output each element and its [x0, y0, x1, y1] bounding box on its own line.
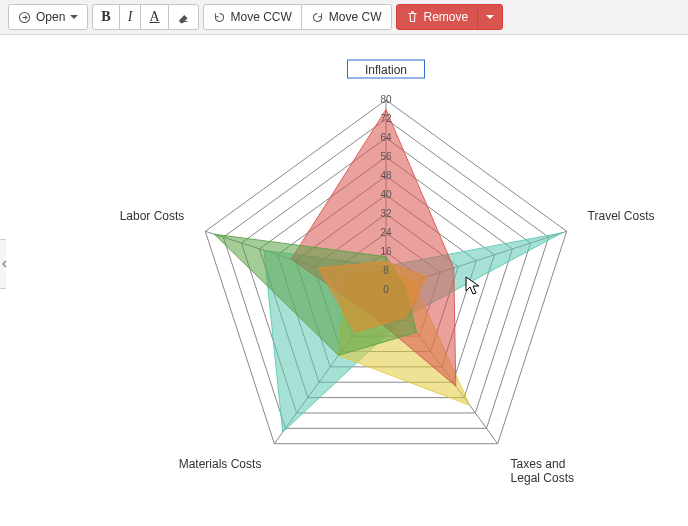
format-group: B I A: [92, 4, 198, 30]
caret-down-icon: [70, 15, 78, 19]
open-icon: [18, 11, 31, 24]
trash-icon: [406, 11, 419, 24]
rotate-cw-icon: [311, 11, 324, 24]
radar-chart-svg[interactable]: InflationTravel CostsTaxes andLegal Cost…: [6, 40, 682, 520]
axis-label[interactable]: Legal Costs: [511, 471, 574, 485]
tick-label: 32: [380, 208, 392, 219]
bold-button[interactable]: B: [92, 4, 119, 30]
axis-label[interactable]: Labor Costs: [120, 209, 185, 223]
move-ccw-button[interactable]: Move CCW: [203, 4, 302, 30]
font-color-icon: A: [149, 10, 159, 24]
italic-icon: I: [128, 10, 133, 24]
italic-button[interactable]: I: [119, 4, 142, 30]
rotate-ccw-icon: [213, 11, 226, 24]
app-root: { "toolbar":{ "open_label":"Open", "bold…: [0, 0, 688, 526]
move-cw-button[interactable]: Move CW: [301, 4, 392, 30]
tick-label: 48: [380, 170, 392, 181]
tick-label: 40: [380, 189, 392, 200]
open-button[interactable]: Open: [8, 4, 88, 30]
font-color-button[interactable]: A: [140, 4, 168, 30]
axis-label[interactable]: Inflation: [365, 63, 407, 77]
caret-down-icon: [486, 15, 494, 19]
remove-label: Remove: [424, 11, 469, 23]
remove-dropdown-button[interactable]: [477, 4, 503, 30]
tick-label: 8: [383, 265, 389, 276]
eraser-icon: [177, 11, 190, 24]
move-ccw-label: Move CCW: [231, 11, 292, 23]
remove-group: Remove: [396, 4, 504, 30]
remove-button[interactable]: Remove: [396, 4, 479, 30]
tick-label: 72: [380, 113, 392, 124]
tick-label: 0: [383, 284, 389, 295]
clear-format-button[interactable]: [168, 4, 199, 30]
tick-label: 16: [380, 246, 392, 257]
axis-label[interactable]: Travel Costs: [588, 209, 655, 223]
tick-label: 24: [380, 227, 392, 238]
move-cw-label: Move CW: [329, 11, 382, 23]
axis-label[interactable]: Taxes and: [511, 457, 566, 471]
open-label: Open: [36, 11, 65, 23]
tick-label: 56: [380, 151, 392, 162]
tick-label: 64: [380, 132, 392, 143]
axis-label[interactable]: Materials Costs: [179, 457, 262, 471]
toolbar: Open B I A Move CCW Move CW Remove: [0, 0, 688, 35]
bold-icon: B: [101, 10, 110, 24]
move-group: Move CCW Move CW: [203, 4, 392, 30]
tick-label: 80: [380, 94, 392, 105]
radar-chart: InflationTravel CostsTaxes andLegal Cost…: [6, 40, 682, 520]
